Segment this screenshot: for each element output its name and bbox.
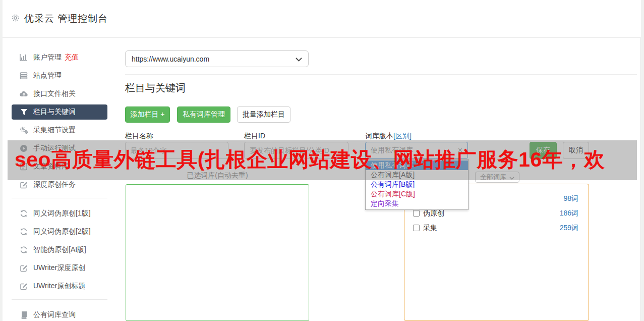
dict-option-4[interactable]: 定向采集 [366,199,468,208]
sidebar-item-synonym-2[interactable]: 同义词伪原创[2版] [12,223,107,241]
dict-version-text: 词库版本 [365,132,393,140]
column-name-label: 栏目名称 [125,132,153,141]
filter-icon [19,108,28,116]
sidebar-item-public-dict-query[interactable]: 公有词库查询 [12,306,107,321]
batch-add-column-button[interactable]: 批量添加栏目 [237,106,290,123]
ad-banner-text: seo高质量外链工具(扎根企业网站建设、网站推广服务16年，欢 [15,146,605,174]
sidebar-item-label: 公有词库查询 [33,310,76,319]
dict-option-3[interactable]: 公有词库[C版] [366,189,468,199]
sidebar-item-label: 深度原创任务 [33,180,76,189]
sidebar-divider [12,299,107,300]
sidebar-item-ai-pseudo-original[interactable]: 智能伪原创[AI版] [12,241,107,259]
dict-row: 采集 259词 [404,221,589,235]
sidebar-item-columns-keywords[interactable]: 栏目与关键词 [12,104,107,120]
sidebar-divider [12,198,107,198]
column-id-label: 栏目ID [244,132,265,141]
recharge-badge[interactable]: 充值 [65,53,79,62]
dict-version-label: 词库版本[区别] [365,132,412,141]
sidebar-item-label: 采集细节设置 [33,126,76,135]
add-column-button[interactable]: 添加栏目 + [125,106,170,123]
sidebar-item-collect-settings[interactable]: 采集细节设置 [12,121,107,139]
edit-icon [19,181,28,189]
sidebar-item-label: 智能伪原创[AI版] [33,245,86,254]
checkbox[interactable] [413,225,420,231]
selected-dict-box[interactable] [126,184,309,321]
cloud-upload-icon [19,90,28,98]
sidebar-item-synonym-1[interactable]: 同义词伪原创[1版] [12,204,107,223]
sidebar-item-account[interactable]: 账户管理 充值 [12,48,107,67]
sidebar-item-label: UWriter深度原创 [33,263,85,273]
dict-row-count: 98词 [563,194,578,203]
sidebar-item-label: 栏目与关键词 [33,108,76,117]
edit-icon [19,264,28,272]
dict-version-diff-link[interactable]: [区别] [393,132,412,140]
sidebar-item-label: 同义词伪原创[1版] [33,209,91,218]
dict-row-count: 259词 [560,224,578,233]
server-icon [19,72,28,80]
admin-console-page: 优采云 管理控制台 账户管理 充值 站点管理 接口文件相关 栏目与关键词 采集细… [0,0,644,321]
sidebar-item-label: 账户管理 [33,53,62,62]
sidebar-item-interface-files[interactable]: 接口文件相关 [12,85,107,103]
dict-option-2[interactable]: 公有词库[B版] [366,180,468,189]
bar-chart-icon [19,54,28,62]
refresh-icon [19,246,28,254]
gears-icon [19,126,28,134]
sidebar-item-label: 同义词伪原创[2版] [33,227,91,236]
app-header: 优采云 管理控制台 [3,0,641,38]
dict-row-label: 伪原创 [423,209,444,218]
section-divider [125,74,637,75]
private-dict-manage-button[interactable]: 私有词库管理 [177,106,230,123]
sidebar: 账户管理 充值 站点管理 接口文件相关 栏目与关键词 采集细节设置 手动运行测试… [3,48,116,321]
ad-banner-overlay: seo高质量外链工具(扎根企业网站建设、网站推广服务16年，欢 [8,140,637,180]
gear-icon [11,14,20,24]
checkbox[interactable] [413,210,420,217]
sidebar-item-label: UWriter原创标题 [33,282,85,291]
book-icon [19,311,28,319]
edit-icon [19,282,28,290]
page-title: 栏目与关键词 [125,81,186,95]
chevron-down-icon [296,55,302,63]
sidebar-item-uwriter-title[interactable]: UWriter原创标题 [12,277,107,295]
sidebar-item-sites[interactable]: 站点管理 [12,67,107,85]
sidebar-item-uwriter-deep[interactable]: UWriter深度原创 [12,259,107,277]
site-url-value: https://www.ucaiyun.com [132,55,209,63]
site-url-select[interactable]: https://www.ucaiyun.com [125,50,309,67]
sidebar-item-label: 接口文件相关 [33,89,76,98]
dict-row-label: 采集 [423,224,437,233]
refresh-icon [19,228,28,236]
dict-row-count: 186词 [560,209,578,218]
sidebar-item-label: 站点管理 [33,71,62,80]
app-title: 优采云 管理控制台 [24,12,108,25]
refresh-icon [19,209,28,218]
